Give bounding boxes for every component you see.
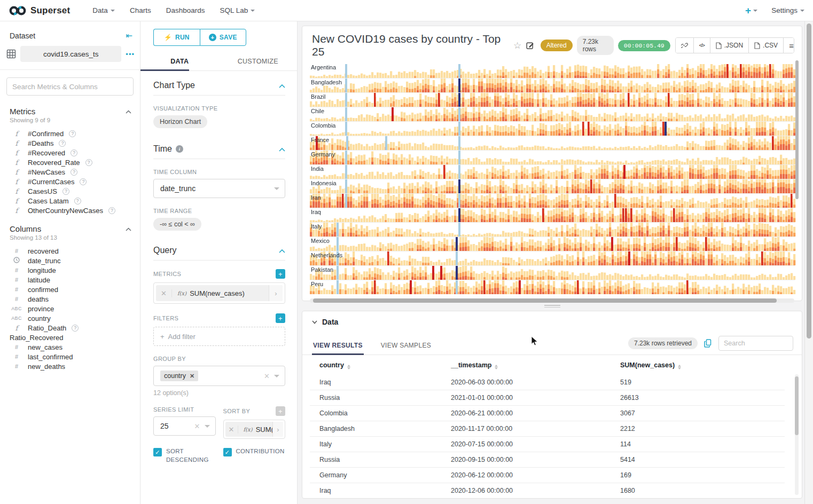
results-search-input[interactable]	[718, 336, 793, 351]
column-item[interactable]: #deaths	[0, 294, 140, 304]
chevron-down-icon	[111, 10, 115, 12]
chevron-up-icon[interactable]	[279, 144, 285, 154]
column-item[interactable]: #confirmed	[0, 285, 140, 294]
tab-view-samples[interactable]: VIEW SAMPLES	[380, 337, 432, 355]
sort-descending-checkbox[interactable]: ✓ SORT DESCENDING	[153, 447, 216, 464]
lightning-icon: ⚡	[164, 34, 172, 41]
tab-data[interactable]: DATA	[140, 53, 219, 70]
add-filter-plus-button[interactable]: +	[276, 313, 285, 323]
time-range-value[interactable]: -∞ ≤ col < ∞	[153, 218, 201, 231]
add-filter-box[interactable]: + Add filter	[153, 327, 285, 346]
column-item[interactable]: #latitude	[0, 275, 140, 285]
collapse-data-chevron-icon[interactable]	[312, 319, 317, 325]
column-item[interactable]: #recovered	[0, 246, 140, 256]
column-item[interactable]: #new_cases	[0, 342, 140, 352]
clear-icon[interactable]: ✕	[264, 372, 270, 380]
column-item[interactable]: #new_deaths	[0, 361, 140, 371]
export-json-button[interactable]: .JSON	[710, 38, 748, 53]
checkbox-checked-icon: ✓	[153, 448, 162, 456]
nav-item-sqllab[interactable]: SQL Lab	[212, 6, 262, 14]
sort-icon	[495, 365, 498, 369]
nav-item-dashboards[interactable]: Dashboards	[159, 6, 213, 14]
chevron-up-icon[interactable]	[126, 224, 131, 233]
nav-item-charts[interactable]: Charts	[122, 6, 159, 14]
chart-horizontal-scrollbar-thumb[interactable]	[313, 298, 777, 303]
export-csv-button[interactable]: .CSV	[748, 38, 783, 53]
dataset-more-button[interactable]: •••	[126, 50, 135, 58]
metric-item[interactable]: fOtherCountryNewCases?	[0, 206, 140, 215]
chevron-up-icon[interactable]	[126, 106, 131, 116]
share-link-button[interactable]	[676, 38, 693, 53]
number-icon: #	[10, 267, 24, 273]
expand-sort-icon[interactable]: ›	[272, 422, 283, 437]
metric-item[interactable]: f#NewCases?	[0, 167, 140, 177]
metric-item[interactable]: fRecovered_Rate?	[0, 158, 140, 167]
column-item[interactable]: date_trunc	[0, 256, 140, 265]
tab-view-results[interactable]: VIEW RESULTS	[312, 337, 364, 355]
country-label: Peru	[311, 281, 323, 287]
tab-customize[interactable]: CUSTOMIZE	[219, 53, 298, 70]
column-header[interactable]: SUM(new_cases)	[611, 355, 785, 375]
collapse-panel-icon[interactable]: ⇤	[126, 31, 132, 41]
link-icon	[681, 42, 688, 49]
embed-code-button[interactable]: </>	[693, 38, 710, 53]
metric-item[interactable]: fCasesUS?	[0, 186, 140, 196]
country-label: Indonesia	[311, 180, 337, 186]
horizon-row-canvas	[310, 165, 796, 179]
number-icon: #	[10, 344, 24, 350]
favorite-star-icon[interactable]: ☆	[513, 40, 521, 51]
column-header[interactable]: country	[310, 355, 441, 375]
nav-item-data[interactable]: Data	[85, 6, 122, 14]
column-item[interactable]: #longitude	[0, 265, 140, 275]
remove-tag-icon[interactable]: ✕	[190, 373, 194, 380]
expand-metric-icon[interactable]: ›	[269, 285, 283, 301]
horizon-row: Italy	[310, 222, 795, 237]
group-by-select[interactable]: country✕ ✕	[153, 366, 285, 386]
metric-item[interactable]: fCases Latam?	[0, 196, 140, 206]
add-metric-button[interactable]: +	[276, 269, 285, 279]
column-item[interactable]: #last_confirmed	[0, 352, 140, 361]
chevron-up-icon[interactable]	[279, 81, 285, 90]
panel-resize-handle[interactable]	[544, 305, 560, 308]
column-item[interactable]: ABCprovince	[0, 304, 140, 313]
edit-title-icon[interactable]	[526, 41, 534, 50]
sort-by-pill[interactable]: ✕ f(x) SUM(... ›	[225, 422, 284, 437]
column-item[interactable]: ABCcountry	[0, 313, 140, 323]
metric-item[interactable]: f#CurrentCases?	[0, 177, 140, 186]
clear-icon[interactable]: ✕	[194, 422, 200, 430]
metric-pill[interactable]: ✕ f(x) SUM(new_cases) ›	[156, 285, 283, 301]
column-item[interactable]: fRatio_Death?	[0, 323, 140, 333]
save-button[interactable]: + SAVE	[200, 29, 247, 46]
country-label: India	[311, 166, 324, 172]
series-limit-select[interactable]: 25 ✕	[153, 416, 216, 436]
copy-data-button[interactable]	[704, 339, 712, 348]
add-sort-by-button[interactable]: +	[276, 406, 285, 416]
new-item-button[interactable]: +	[745, 5, 757, 17]
help-icon: ?	[71, 149, 77, 156]
dataset-name[interactable]: covid19.cases_ts	[20, 46, 121, 62]
time-column-select[interactable]: date_trunc	[153, 179, 285, 198]
remove-metric-icon[interactable]: ✕	[156, 289, 172, 297]
chart-title[interactable]: New COVID19 cases by country - Top 25	[312, 33, 507, 58]
metric-item[interactable]: f#Recovered?	[0, 148, 140, 158]
chevron-up-icon[interactable]	[279, 246, 285, 255]
function-icon: f	[10, 139, 24, 147]
contribution-checkbox[interactable]: ✓ CONTRIBUTION	[223, 447, 286, 464]
chart-vertical-scrollbar-thumb[interactable]	[795, 60, 799, 199]
horizon-row: Netherlands	[310, 251, 795, 265]
chart-menu-button[interactable]: ≡	[783, 38, 794, 53]
column-header[interactable]: __timestamp	[441, 355, 611, 375]
metric-item[interactable]: f#Confirmed?	[0, 129, 140, 138]
page-scrollbar-thumb[interactable]	[807, 23, 811, 338]
remove-sort-icon[interactable]: ✕	[225, 426, 238, 434]
chevron-down-icon	[251, 10, 255, 12]
settings-menu[interactable]: Settings	[771, 6, 804, 14]
superset-logo[interactable]: Superset	[9, 5, 70, 16]
run-button[interactable]: ⚡ RUN	[153, 29, 200, 46]
column-item[interactable]: Ratio_Recovered	[0, 333, 140, 342]
search-metrics-columns-input[interactable]	[6, 77, 134, 96]
visualization-type-value[interactable]: Horizon Chart	[153, 115, 207, 128]
metric-item[interactable]: f#Deaths?	[0, 138, 140, 148]
dataset-sidebar: Dataset ⇤ covid19.cases_ts ••• Metrics S…	[0, 21, 140, 504]
table-scrollbar-thumb[interactable]	[795, 376, 799, 435]
